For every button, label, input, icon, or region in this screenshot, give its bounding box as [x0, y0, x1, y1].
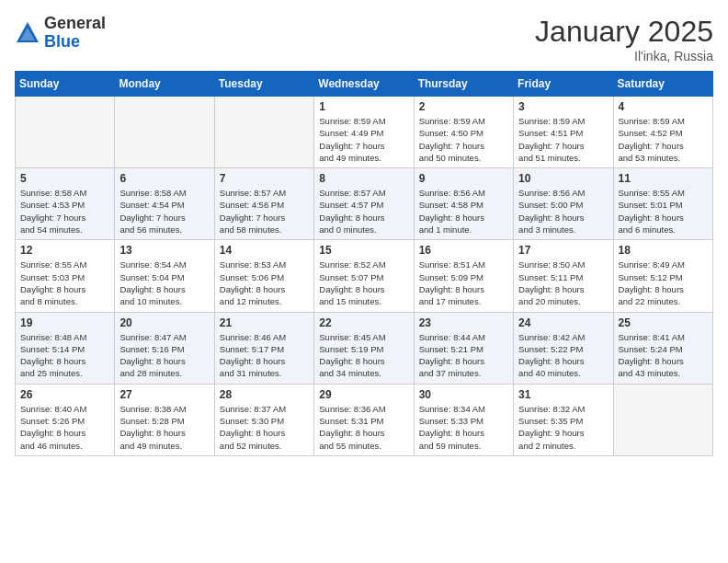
day-info: Sunrise: 8:54 AM Sunset: 5:04 PM Dayligh… [119, 259, 209, 307]
day-info: Sunrise: 8:53 AM Sunset: 5:06 PM Dayligh… [220, 259, 309, 307]
day-number: 25 [619, 316, 708, 329]
day-number: 12 [20, 244, 109, 257]
calendar-day-cell: 8Sunrise: 8:57 AM Sunset: 4:57 PM Daylig… [314, 168, 414, 240]
day-info: Sunrise: 8:56 AM Sunset: 4:58 PM Dayligh… [419, 187, 508, 236]
day-number: 19 [20, 316, 109, 329]
calendar-day-cell: 15Sunrise: 8:52 AM Sunset: 5:07 PM Dayli… [314, 240, 414, 312]
calendar-day-cell: 6Sunrise: 8:58 AM Sunset: 4:54 PM Daylig… [115, 168, 214, 240]
weekday-header-friday: Friday [514, 72, 613, 97]
logo: General Blue [15, 15, 106, 52]
day-number: 18 [619, 244, 708, 257]
title-block: January 2025 Il'inka, Russia [535, 15, 713, 63]
day-number: 26 [20, 388, 109, 401]
day-number: 17 [518, 244, 608, 257]
calendar-day-cell: 20Sunrise: 8:47 AM Sunset: 5:16 PM Dayli… [115, 312, 214, 384]
day-number: 24 [518, 316, 608, 329]
day-info: Sunrise: 8:42 AM Sunset: 5:22 PM Dayligh… [518, 331, 608, 380]
weekday-header-sunday: Sunday [16, 72, 115, 97]
day-number: 15 [319, 244, 408, 257]
day-number: 16 [419, 244, 508, 257]
weekday-header-monday: Monday [115, 72, 214, 97]
day-info: Sunrise: 8:37 AM Sunset: 5:30 PM Dayligh… [220, 403, 309, 452]
calendar-day-cell: 26Sunrise: 8:40 AM Sunset: 5:26 PM Dayli… [16, 384, 115, 455]
weekday-header-row: SundayMondayTuesdayWednesdayThursdayFrid… [16, 72, 713, 97]
calendar-day-cell [115, 97, 214, 168]
day-number: 7 [220, 172, 309, 185]
day-number: 28 [220, 388, 309, 401]
calendar-day-cell: 5Sunrise: 8:58 AM Sunset: 4:53 PM Daylig… [16, 168, 115, 240]
day-info: Sunrise: 8:59 AM Sunset: 4:50 PM Dayligh… [419, 115, 508, 164]
day-info: Sunrise: 8:38 AM Sunset: 5:28 PM Dayligh… [119, 403, 209, 452]
calendar-day-cell: 13Sunrise: 8:54 AM Sunset: 5:04 PM Dayli… [115, 240, 214, 312]
calendar-week-row: 5Sunrise: 8:58 AM Sunset: 4:53 PM Daylig… [16, 168, 713, 240]
calendar-table: SundayMondayTuesdayWednesdayThursdayFrid… [15, 71, 713, 456]
day-number: 23 [419, 316, 508, 329]
calendar-day-cell [613, 384, 712, 455]
day-number: 14 [220, 244, 309, 257]
day-number: 1 [319, 100, 408, 113]
day-info: Sunrise: 8:58 AM Sunset: 4:53 PM Dayligh… [20, 187, 109, 236]
calendar-day-cell: 14Sunrise: 8:53 AM Sunset: 5:06 PM Dayli… [214, 240, 313, 312]
calendar-day-cell: 30Sunrise: 8:34 AM Sunset: 5:33 PM Dayli… [414, 384, 513, 455]
calendar-week-row: 12Sunrise: 8:55 AM Sunset: 5:03 PM Dayli… [16, 240, 713, 312]
calendar-day-cell: 1Sunrise: 8:59 AM Sunset: 4:49 PM Daylig… [314, 97, 414, 168]
day-info: Sunrise: 8:50 AM Sunset: 5:11 PM Dayligh… [518, 259, 608, 307]
calendar-day-cell: 25Sunrise: 8:41 AM Sunset: 5:24 PM Dayli… [613, 312, 712, 384]
calendar-day-cell: 21Sunrise: 8:46 AM Sunset: 5:17 PM Dayli… [214, 312, 313, 384]
day-number: 9 [419, 172, 508, 185]
day-info: Sunrise: 8:40 AM Sunset: 5:26 PM Dayligh… [20, 403, 109, 452]
day-info: Sunrise: 8:57 AM Sunset: 4:56 PM Dayligh… [220, 187, 309, 236]
day-info: Sunrise: 8:59 AM Sunset: 4:52 PM Dayligh… [619, 115, 708, 164]
calendar-week-row: 26Sunrise: 8:40 AM Sunset: 5:26 PM Dayli… [16, 384, 713, 455]
calendar-day-cell: 17Sunrise: 8:50 AM Sunset: 5:11 PM Dayli… [514, 240, 613, 312]
day-info: Sunrise: 8:41 AM Sunset: 5:24 PM Dayligh… [619, 331, 708, 380]
calendar-day-cell: 29Sunrise: 8:36 AM Sunset: 5:31 PM Dayli… [314, 384, 414, 455]
weekday-header-wednesday: Wednesday [314, 72, 414, 97]
weekday-header-thursday: Thursday [414, 72, 513, 97]
day-info: Sunrise: 8:55 AM Sunset: 5:03 PM Dayligh… [20, 259, 109, 307]
calendar-day-cell: 19Sunrise: 8:48 AM Sunset: 5:14 PM Dayli… [16, 312, 115, 384]
page-header: General Blue January 2025 Il'inka, Russi… [15, 15, 713, 63]
day-info: Sunrise: 8:57 AM Sunset: 4:57 PM Dayligh… [319, 187, 408, 236]
logo-text: General Blue [44, 15, 106, 52]
day-number: 4 [619, 100, 708, 113]
calendar-day-cell: 22Sunrise: 8:45 AM Sunset: 5:19 PM Dayli… [314, 312, 414, 384]
calendar-day-cell: 24Sunrise: 8:42 AM Sunset: 5:22 PM Dayli… [514, 312, 613, 384]
calendar-day-cell: 7Sunrise: 8:57 AM Sunset: 4:56 PM Daylig… [214, 168, 313, 240]
day-number: 27 [119, 388, 209, 401]
day-info: Sunrise: 8:58 AM Sunset: 4:54 PM Dayligh… [119, 187, 209, 236]
day-info: Sunrise: 8:46 AM Sunset: 5:17 PM Dayligh… [220, 331, 309, 380]
day-info: Sunrise: 8:52 AM Sunset: 5:07 PM Dayligh… [319, 259, 408, 307]
day-number: 20 [119, 316, 209, 329]
calendar-day-cell: 11Sunrise: 8:55 AM Sunset: 5:01 PM Dayli… [613, 168, 712, 240]
day-info: Sunrise: 8:59 AM Sunset: 4:49 PM Dayligh… [319, 115, 408, 164]
calendar-week-row: 19Sunrise: 8:48 AM Sunset: 5:14 PM Dayli… [16, 312, 713, 384]
calendar-week-row: 1Sunrise: 8:59 AM Sunset: 4:49 PM Daylig… [16, 97, 713, 168]
day-info: Sunrise: 8:55 AM Sunset: 5:01 PM Dayligh… [619, 187, 708, 236]
calendar-day-cell: 23Sunrise: 8:44 AM Sunset: 5:21 PM Dayli… [414, 312, 513, 384]
day-info: Sunrise: 8:34 AM Sunset: 5:33 PM Dayligh… [419, 403, 508, 452]
day-info: Sunrise: 8:32 AM Sunset: 5:35 PM Dayligh… [518, 403, 608, 452]
logo-icon [15, 20, 40, 46]
day-number: 30 [419, 388, 508, 401]
calendar-day-cell: 27Sunrise: 8:38 AM Sunset: 5:28 PM Dayli… [115, 384, 214, 455]
location: Il'inka, Russia [535, 49, 713, 63]
day-number: 10 [518, 172, 608, 185]
day-info: Sunrise: 8:36 AM Sunset: 5:31 PM Dayligh… [319, 403, 408, 452]
day-number: 2 [419, 100, 508, 113]
day-info: Sunrise: 8:51 AM Sunset: 5:09 PM Dayligh… [419, 259, 508, 307]
calendar-day-cell: 10Sunrise: 8:56 AM Sunset: 5:00 PM Dayli… [514, 168, 613, 240]
calendar-day-cell: 3Sunrise: 8:59 AM Sunset: 4:51 PM Daylig… [514, 97, 613, 168]
day-number: 21 [220, 316, 309, 329]
calendar-day-cell: 4Sunrise: 8:59 AM Sunset: 4:52 PM Daylig… [613, 97, 712, 168]
day-info: Sunrise: 8:45 AM Sunset: 5:19 PM Dayligh… [319, 331, 408, 380]
day-info: Sunrise: 8:48 AM Sunset: 5:14 PM Dayligh… [20, 331, 109, 380]
day-number: 3 [518, 100, 608, 113]
day-info: Sunrise: 8:47 AM Sunset: 5:16 PM Dayligh… [119, 331, 209, 380]
day-number: 22 [319, 316, 408, 329]
calendar-day-cell: 2Sunrise: 8:59 AM Sunset: 4:50 PM Daylig… [414, 97, 513, 168]
calendar-day-cell: 9Sunrise: 8:56 AM Sunset: 4:58 PM Daylig… [414, 168, 513, 240]
calendar-day-cell: 12Sunrise: 8:55 AM Sunset: 5:03 PM Dayli… [16, 240, 115, 312]
day-number: 13 [119, 244, 209, 257]
logo-general-text: General [44, 15, 106, 33]
